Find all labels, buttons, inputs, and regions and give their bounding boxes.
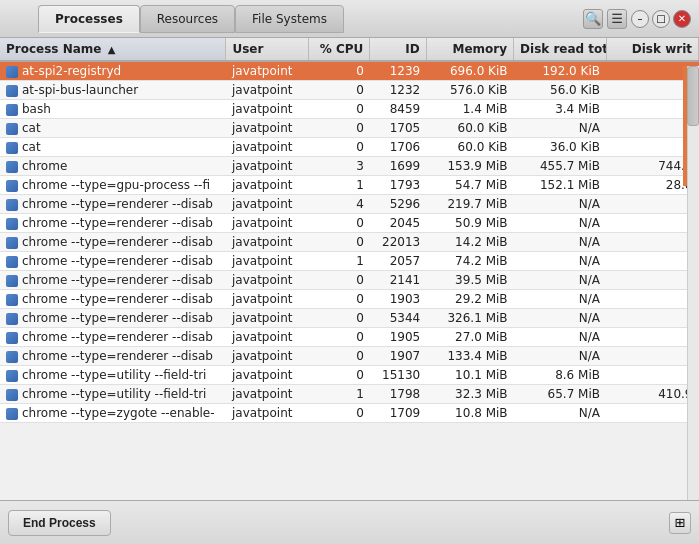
cell-cpu: 3 (308, 157, 370, 176)
cell-disk-read: 8.6 MiB (514, 366, 606, 385)
scrollbar-track[interactable] (687, 66, 699, 500)
table-row[interactable]: chrome --type=renderer --disab javatpoin… (0, 233, 699, 252)
cell-user: javatpoint (226, 214, 308, 233)
table-row[interactable]: chrome --type=renderer --disab javatpoin… (0, 214, 699, 233)
table-row[interactable]: at-spi2-registryd javatpoint 0 1239 696.… (0, 61, 699, 81)
cell-disk-read: N/A (514, 290, 606, 309)
process-icon (6, 218, 18, 230)
process-icon (6, 294, 18, 306)
info-icon[interactable]: ⊞ (669, 512, 691, 534)
cell-cpu: 0 (308, 328, 370, 347)
process-icon (6, 275, 18, 287)
table-row[interactable]: at-spi-bus-launcher javatpoint 0 1232 57… (0, 81, 699, 100)
cell-memory: 133.4 MiB (426, 347, 513, 366)
table-row[interactable]: chrome --type=renderer --disab javatpoin… (0, 309, 699, 328)
table-row[interactable]: chrome --type=utility --field-tri javatp… (0, 366, 699, 385)
cell-memory: 1.4 MiB (426, 100, 513, 119)
cell-id: 1793 (370, 176, 426, 195)
cell-user: javatpoint (226, 138, 308, 157)
cell-disk-read: 3.4 MiB (514, 100, 606, 119)
table-row[interactable]: chrome --type=zygote --enable- javatpoin… (0, 404, 699, 423)
cell-user: javatpoint (226, 233, 308, 252)
cell-cpu: 0 (308, 290, 370, 309)
cell-name: chrome --type=gpu-process --fi (0, 176, 226, 195)
cell-user: javatpoint (226, 309, 308, 328)
cell-id: 1798 (370, 385, 426, 404)
orange-accent-bar (683, 66, 687, 186)
cell-name: cat (0, 138, 226, 157)
process-icon (6, 351, 18, 363)
table-row[interactable]: chrome --type=renderer --disab javatpoin… (0, 271, 699, 290)
maximize-button[interactable]: □ (652, 10, 670, 28)
cell-disk-read: N/A (514, 328, 606, 347)
cell-cpu: 0 (308, 81, 370, 100)
cell-memory: 74.2 MiB (426, 252, 513, 271)
table-row[interactable]: chrome --type=renderer --disab javatpoin… (0, 195, 699, 214)
cell-id: 5296 (370, 195, 426, 214)
cell-disk-write (606, 233, 699, 252)
cell-memory: 32.3 MiB (426, 385, 513, 404)
cell-cpu: 0 (308, 100, 370, 119)
cell-memory: 60.0 KiB (426, 119, 513, 138)
cell-name: chrome --type=zygote --enable- (0, 404, 226, 423)
table-row[interactable]: chrome --type=renderer --disab javatpoin… (0, 347, 699, 366)
cell-user: javatpoint (226, 61, 308, 81)
col-header-name[interactable]: Process Name ▲ (0, 38, 226, 61)
col-header-disk-read[interactable]: Disk read tota (514, 38, 606, 61)
cell-memory: 60.0 KiB (426, 138, 513, 157)
cell-disk-read: N/A (514, 271, 606, 290)
tab-filesystems[interactable]: File Systems (235, 5, 344, 33)
table-row[interactable]: chrome --type=renderer --disab javatpoin… (0, 290, 699, 309)
cell-user: javatpoint (226, 195, 308, 214)
process-icon (6, 123, 18, 135)
cell-disk-write (606, 309, 699, 328)
tab-resources[interactable]: Resources (140, 5, 235, 33)
table-row[interactable]: cat javatpoint 0 1705 60.0 KiB N/A (0, 119, 699, 138)
cell-cpu: 0 (308, 214, 370, 233)
cell-id: 1699 (370, 157, 426, 176)
cell-cpu: 0 (308, 347, 370, 366)
cell-name: chrome --type=renderer --disab (0, 347, 226, 366)
cell-memory: 10.8 MiB (426, 404, 513, 423)
scrollbar-thumb[interactable] (687, 66, 699, 126)
process-table-container: Process Name ▲ User % CPU ID Memory Disk… (0, 38, 699, 500)
minimize-button[interactable]: – (631, 10, 649, 28)
cell-cpu: 1 (308, 252, 370, 271)
search-icon[interactable]: 🔍 (583, 9, 603, 29)
cell-user: javatpoint (226, 119, 308, 138)
cell-user: javatpoint (226, 328, 308, 347)
cell-disk-read: 152.1 MiB (514, 176, 606, 195)
cell-disk-write (606, 290, 699, 309)
cell-disk-read: N/A (514, 252, 606, 271)
cell-name: chrome --type=renderer --disab (0, 252, 226, 271)
menu-icon[interactable]: ☰ (607, 9, 627, 29)
close-button[interactable]: ✕ (673, 10, 691, 28)
sort-arrow-name: ▲ (108, 44, 116, 55)
cell-id: 8459 (370, 100, 426, 119)
cell-memory: 39.5 MiB (426, 271, 513, 290)
process-icon (6, 66, 18, 78)
cell-disk-write: 410.9 (606, 385, 699, 404)
table-row[interactable]: cat javatpoint 0 1706 60.0 KiB 36.0 KiB (0, 138, 699, 157)
col-header-disk-write[interactable]: Disk writ (606, 38, 699, 61)
end-process-button[interactable]: End Process (8, 510, 111, 536)
col-header-memory[interactable]: Memory (426, 38, 513, 61)
table-row[interactable]: chrome --type=gpu-process --fi javatpoin… (0, 176, 699, 195)
table-header-row: Process Name ▲ User % CPU ID Memory Disk… (0, 38, 699, 61)
cell-disk-read: 56.0 KiB (514, 81, 606, 100)
cell-disk-write (606, 328, 699, 347)
cell-memory: 326.1 MiB (426, 309, 513, 328)
col-header-cpu[interactable]: % CPU (308, 38, 370, 61)
tab-processes[interactable]: Processes (38, 5, 140, 33)
table-row[interactable]: chrome --type=renderer --disab javatpoin… (0, 328, 699, 347)
col-header-id[interactable]: ID (370, 38, 426, 61)
table-row[interactable]: bash javatpoint 0 8459 1.4 MiB 3.4 MiB (0, 100, 699, 119)
table-row[interactable]: chrome --type=utility --field-tri javatp… (0, 385, 699, 404)
cell-name: chrome (0, 157, 226, 176)
table-row[interactable]: chrome --type=renderer --disab javatpoin… (0, 252, 699, 271)
cell-id: 1706 (370, 138, 426, 157)
cell-memory: 696.0 KiB (426, 61, 513, 81)
process-icon (6, 199, 18, 211)
col-header-user[interactable]: User (226, 38, 308, 61)
table-row[interactable]: chrome javatpoint 3 1699 153.9 MiB 455.7… (0, 157, 699, 176)
